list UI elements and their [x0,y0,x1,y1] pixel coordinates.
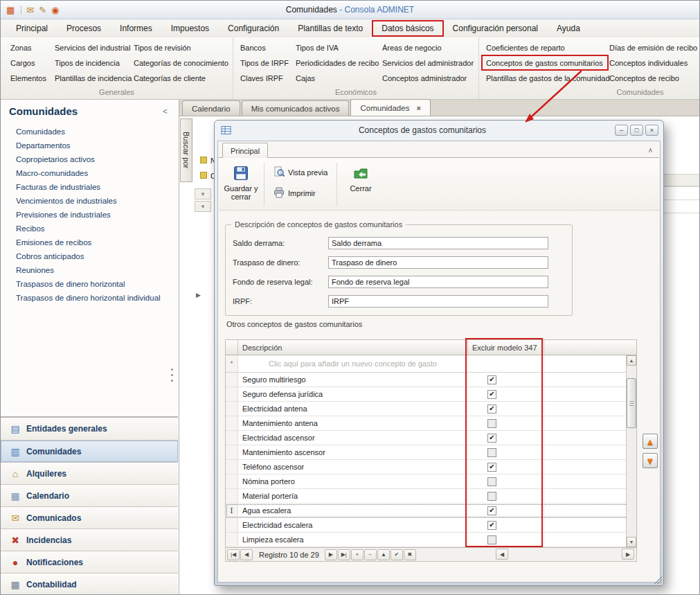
sidebar-nav-item[interactable]: ✉ Comunicados [1,506,178,529]
ribbon-link[interactable]: Servicios del industrial [55,41,132,56]
document-tab[interactable]: Mis comunicados activos × [242,100,350,116]
menu-item[interactable]: Configuración personal [445,21,546,35]
sidebar-collapse-icon[interactable]: < [163,107,168,116]
menu-item[interactable]: Principal [8,21,56,35]
ribbon-link[interactable]: Elementos [10,71,46,87]
grid-new-row[interactable]: * Clic aquí para añadir un nuevo concept… [226,355,636,373]
sidebar-item[interactable]: Vencimientos de industriales [1,194,178,208]
grid-row[interactable]: Nómina portero [226,474,636,489]
print-button[interactable]: Imprimir [269,185,321,202]
sidebar-nav-item[interactable]: ✖ Incidencias [1,529,178,551]
ribbon-link[interactable]: Conceptos individuales [609,56,697,71]
row-selector[interactable] [226,533,238,547]
navigator-button[interactable]: ◀ [240,549,253,560]
menu-item[interactable]: Plantillas de texto [289,21,371,35]
hscroll-right-icon[interactable]: ▶ [622,549,634,560]
move-row-down-button[interactable]: ▼ [643,453,658,468]
ribbon-link[interactable]: Claves IRPF [240,71,289,87]
menu-item[interactable]: Impuestos [163,21,217,35]
row-description[interactable]: Limpieza escalera [238,533,468,547]
sidebar-nav-item[interactable]: ▦ Contabilidad [1,573,178,595]
ribbon-link[interactable]: Tipos de IRPF [240,56,289,71]
navigator-button[interactable]: |◀ [227,549,240,560]
grid-row[interactable]: Mantenimiento antena [226,416,636,431]
sidebar-item[interactable]: Traspasos de dinero horizontal individua… [1,291,178,305]
navigator-edit-button[interactable]: ✖ [404,549,416,560]
sidebar-item[interactable]: Cobros anticipados [1,249,178,263]
sidebar-item[interactable]: Previsiones de industriales [1,208,178,222]
menu-item[interactable]: Configuración [219,21,287,35]
ribbon-link[interactable]: Plantillas de gastos de la comunidad [486,71,610,87]
navigator-edit-button[interactable]: ✔ [391,549,403,560]
row-selector[interactable] [226,518,238,532]
filter-icon[interactable] [195,201,211,212]
row-description[interactable]: Teléfono ascensor [238,460,468,474]
grid-header-excluir[interactable]: Excluir modelo 347 [468,340,544,355]
resize-grip[interactable] [653,575,662,584]
sidebar-item[interactable]: Comunidades [1,125,178,139]
collapse-panel-icon[interactable]: ∧ [648,146,653,154]
grid-row[interactable]: Material portería [226,489,636,504]
sidebar-nav-item[interactable]: ⌂ Alquileres [1,462,178,484]
row-description[interactable]: Electricidad ascensor [238,431,468,445]
close-button[interactable]: × [645,125,658,136]
excluir-checkbox[interactable] [487,535,496,544]
excluir-checkbox[interactable] [487,506,496,515]
navigator-button[interactable]: ▶| [338,549,350,560]
document-tab[interactable]: Comunidades × [350,99,430,116]
ribbon-link[interactable]: Cargos [10,56,46,71]
field-input[interactable] [328,256,548,269]
row-selector[interactable] [226,402,238,416]
dialog-titlebar[interactable]: Conceptos de gastos comunitarios –□× [215,121,663,140]
grid-row[interactable]: Limpieza escalera [226,533,636,547]
excluir-checkbox[interactable] [487,375,496,384]
sidebar-item[interactable]: Facturas de industriales [1,180,178,194]
row-description[interactable]: Material portería [238,489,468,503]
grid-row[interactable]: Seguro defensa jurídica [226,387,636,402]
navigator-edit-button[interactable]: − [364,549,377,560]
ribbon-link[interactable]: Coeficientes de reparto [486,41,610,56]
menu-item[interactable]: Ayuda [548,21,589,35]
grid-row[interactable]: Teléfono ascensor [226,460,636,474]
sidebar-item[interactable]: Copropietarios activos [1,152,178,166]
row-description[interactable]: Agua escalera [238,504,468,517]
row-selector[interactable] [226,431,238,445]
document-tab[interactable]: Calendario × [182,100,240,116]
menu-item[interactable]: Informes [111,21,161,35]
ribbon-link[interactable]: Servicios del administrador [382,56,474,71]
ribbon-link[interactable]: Categorías de conocimiento [134,56,228,71]
restore-button[interactable]: □ [630,125,643,136]
excluir-checkbox[interactable] [487,521,496,530]
sidebar-nav-item[interactable]: ▦ Calendario [1,484,178,506]
grid-header-descripcion[interactable]: Descripción [238,340,468,355]
navigator-button[interactable]: ▶ [325,549,337,560]
field-input[interactable] [328,295,548,308]
grid-row[interactable]: Electricidad escalera [226,518,636,533]
tab-principal[interactable]: Principal [222,143,268,158]
row-description[interactable]: Nómina portero [238,474,468,488]
grid-vertical-scrollbar[interactable]: ▲ ▼ [626,355,636,547]
move-row-up-button[interactable]: ▲ [643,434,658,449]
sidebar-item[interactable]: Recibos [1,222,178,236]
ribbon-link[interactable]: Conceptos administrador [382,71,474,87]
excluir-checkbox[interactable] [487,419,496,428]
row-selector[interactable] [226,504,238,517]
sidebar-nav-item[interactable]: ▥ Comunidades [1,440,178,462]
navigator-edit-button[interactable]: + [351,549,364,560]
field-input[interactable] [328,237,548,249]
grid-row[interactable]: Agua escalera [226,504,636,518]
excluir-checkbox[interactable] [487,390,496,399]
notes-icon[interactable]: ✎ [39,6,46,15]
close-button[interactable]: Cerrar [342,161,379,207]
row-description[interactable]: Electricidad escalera [238,518,468,532]
excluir-checkbox[interactable] [487,434,496,443]
row-selector[interactable] [226,445,238,459]
excluir-checkbox[interactable] [487,477,496,486]
sidebar-nav-item[interactable]: ▤ Entidades generales [1,418,178,440]
row-description[interactable]: Seguro defensa jurídica [238,387,468,401]
ribbon-link[interactable]: Categorías de cliente [134,71,228,87]
grid-row[interactable]: Electricidad antena [226,402,636,416]
tab-close-icon[interactable]: × [416,104,420,112]
ribbon-link[interactable]: Áreas de negocio [382,41,474,56]
menu-item[interactable]: Procesos [58,21,109,35]
